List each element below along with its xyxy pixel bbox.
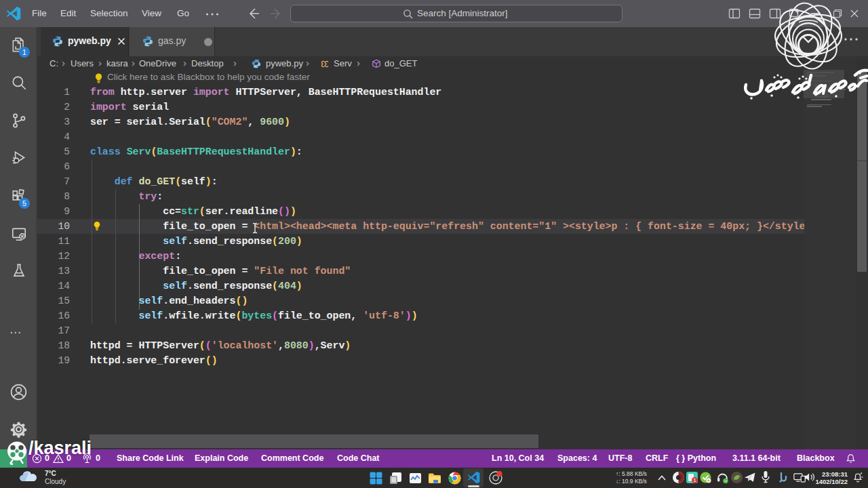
svg-text:1: 1 bbox=[693, 477, 696, 483]
